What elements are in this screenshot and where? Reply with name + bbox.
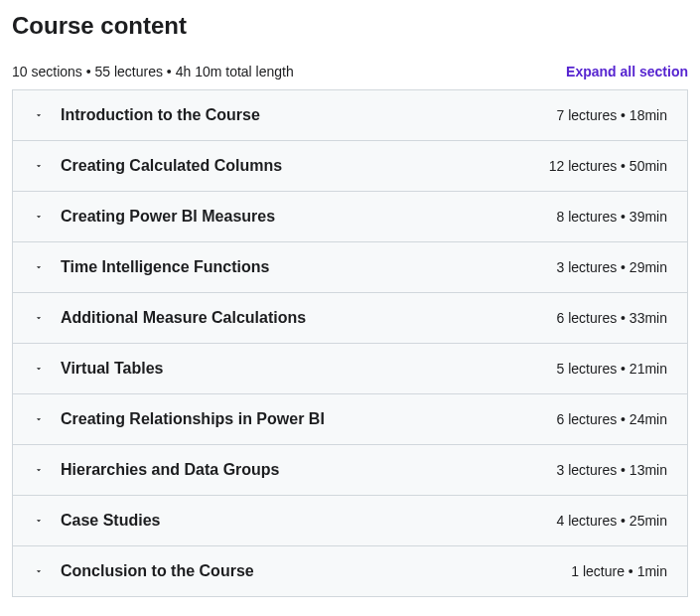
section-meta: 3 lectures • 29min [556,259,667,275]
section-title: Conclusion to the Course [61,562,254,580]
chevron-down-icon [33,515,45,527]
section-meta: 8 lectures • 39min [556,209,667,225]
summary-text: 10 sections • 55 lectures • 4h 10m total… [12,64,294,79]
chevron-down-icon [33,312,45,324]
section-left: Hierarchies and Data Groups [33,461,280,479]
section-row[interactable]: Creating Power BI Measures 8 lectures • … [13,192,687,242]
section-title: Additional Measure Calculations [61,309,306,327]
chevron-down-icon [33,413,45,425]
section-left: Conclusion to the Course [33,562,254,580]
section-meta: 5 lectures • 21min [556,361,667,377]
section-title: Creating Calculated Columns [61,157,282,175]
section-meta: 1 lecture • 1min [571,563,667,579]
expand-all-button[interactable]: Expand all section [566,64,688,79]
section-left: Virtual Tables [33,360,163,378]
section-left: Case Studies [33,512,160,530]
chevron-down-icon [33,261,45,273]
section-meta: 12 lectures • 50min [549,158,667,174]
section-left: Time Intelligence Functions [33,258,269,276]
chevron-down-icon [33,109,45,121]
section-row[interactable]: Case Studies 4 lectures • 25min [13,496,687,546]
section-meta: 3 lectures • 13min [556,462,667,478]
section-title: Creating Relationships in Power BI [61,410,325,428]
section-left: Creating Calculated Columns [33,157,282,175]
section-title: Case Studies [61,512,160,530]
sections-list: Introduction to the Course 7 lectures • … [12,89,688,597]
section-left: Creating Power BI Measures [33,208,275,226]
section-row[interactable]: Time Intelligence Functions 3 lectures •… [13,242,687,293]
section-title: Virtual Tables [61,360,163,378]
page-title: Course content [12,12,688,40]
chevron-down-icon [33,211,45,223]
chevron-down-icon [33,565,45,577]
section-meta: 6 lectures • 33min [556,310,667,326]
summary-row: 10 sections • 55 lectures • 4h 10m total… [12,64,688,79]
section-row[interactable]: Additional Measure Calculations 6 lectur… [13,293,687,344]
section-meta: 6 lectures • 24min [556,411,667,427]
section-row[interactable]: Hierarchies and Data Groups 3 lectures •… [13,445,687,496]
section-meta: 7 lectures • 18min [556,107,667,123]
section-title: Hierarchies and Data Groups [61,461,280,479]
chevron-down-icon [33,464,45,476]
section-row[interactable]: Creating Calculated Columns 12 lectures … [13,141,687,192]
section-row[interactable]: Introduction to the Course 7 lectures • … [13,90,687,141]
chevron-down-icon [33,363,45,375]
section-left: Introduction to the Course [33,106,260,124]
chevron-down-icon [33,160,45,172]
section-row[interactable]: Conclusion to the Course 1 lecture • 1mi… [13,546,687,596]
section-row[interactable]: Creating Relationships in Power BI 6 lec… [13,394,687,445]
section-title: Time Intelligence Functions [61,258,269,276]
section-title: Creating Power BI Measures [61,208,275,226]
section-left: Additional Measure Calculations [33,309,306,327]
section-row[interactable]: Virtual Tables 5 lectures • 21min [13,344,687,394]
section-title: Introduction to the Course [61,106,260,124]
section-meta: 4 lectures • 25min [556,513,667,529]
section-left: Creating Relationships in Power BI [33,410,325,428]
